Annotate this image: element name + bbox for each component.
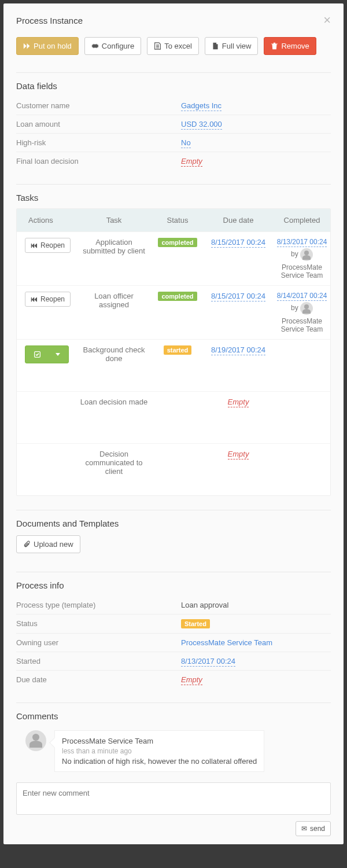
- toolbar: Put on hold Configure To excel Full view…: [16, 37, 331, 55]
- rewind-icon: ⏮: [31, 295, 38, 303]
- completed-by-name: ProcessMate Service Team: [270, 263, 331, 279]
- field-label: Owning user: [16, 638, 181, 647]
- task-action-dropdown[interactable]: [25, 345, 69, 363]
- document-icon: [212, 42, 219, 50]
- col-actions: Actions: [21, 216, 79, 225]
- upload-new-button[interactable]: Upload new: [16, 535, 80, 553]
- completed-by-line: by: [270, 302, 331, 315]
- col-task: Task: [79, 216, 149, 225]
- put-on-hold-label: Put on hold: [34, 42, 72, 50]
- envelope-icon: ✉: [301, 825, 307, 833]
- rewind-icon: ⏮: [31, 241, 38, 249]
- send-comment-button[interactable]: ✉ send: [296, 821, 331, 836]
- to-excel-button[interactable]: To excel: [147, 37, 199, 55]
- documents-title: Documents and Templates: [16, 518, 331, 528]
- completed-date[interactable]: 8/13/2017 00:24: [277, 238, 327, 247]
- divider: [16, 184, 331, 185]
- field-value[interactable]: 8/13/2017 00:24: [181, 657, 331, 665]
- task-status: completed: [149, 238, 206, 247]
- full-view-label: Full view: [222, 42, 252, 50]
- modal-header: Process Instance ×: [16, 14, 331, 27]
- data-fields-list: Customer nameGadgets IncLoan amountUSD 3…: [16, 97, 331, 170]
- col-status: Status: [149, 216, 206, 225]
- task-actions-cell: ⏮ Reopen: [21, 292, 79, 307]
- modal-title: Process Instance: [16, 16, 83, 25]
- field-value[interactable]: Gadgets Inc: [181, 101, 331, 110]
- process-info-row: Owning userProcessMate Service Team: [16, 634, 331, 652]
- avatar-icon: [300, 302, 313, 315]
- comment-time: less than a minute ago: [62, 747, 257, 755]
- process-info-row: Due dateEmpty: [16, 671, 331, 689]
- field-value: Loan approval: [181, 601, 331, 609]
- completed-by-name: ProcessMate Service Team: [270, 317, 331, 333]
- status-badge: started: [164, 345, 192, 355]
- process-info-title: Process info: [16, 580, 331, 590]
- task-due-date[interactable]: 8/19/2017 00:24: [206, 345, 270, 354]
- task-row: Decision communicated to clientEmpty: [17, 443, 330, 495]
- field-value[interactable]: No: [181, 138, 331, 147]
- process-info-row: Started8/13/2017 00:24: [16, 652, 331, 671]
- reopen-button[interactable]: ⏮ Reopen: [25, 292, 71, 307]
- task-name: Loan officer assigned: [79, 292, 149, 309]
- status-badge: completed: [158, 292, 197, 301]
- field-value[interactable]: ProcessMate Service Team: [181, 638, 331, 647]
- configure-button[interactable]: Configure: [84, 37, 141, 55]
- divider: [16, 703, 331, 703]
- tasks-header-row: Actions Task Status Due date Completed: [17, 209, 330, 231]
- divider: [16, 572, 331, 572]
- task-due-date[interactable]: 8/15/2017 00:24: [206, 292, 270, 300]
- task-due-date[interactable]: Empty: [206, 398, 270, 406]
- data-fields-title: Data fields: [16, 81, 331, 91]
- status-badge: Started: [181, 619, 210, 628]
- process-info-row: Process type (template)Loan approval: [16, 596, 331, 615]
- close-icon[interactable]: ×: [323, 14, 331, 27]
- spreadsheet-icon: [154, 42, 161, 50]
- comment-bubble: ProcessMate Service Teamless than a minu…: [54, 730, 264, 772]
- remove-label: Remove: [281, 42, 309, 50]
- full-view-button[interactable]: Full view: [205, 37, 259, 55]
- put-on-hold-button[interactable]: Put on hold: [16, 37, 79, 55]
- data-field-row: High-riskNo: [16, 134, 331, 152]
- field-value[interactable]: Started: [181, 619, 331, 628]
- field-label: Customer name: [16, 101, 181, 110]
- task-status: started: [149, 345, 206, 355]
- field-value[interactable]: Empty: [181, 675, 331, 684]
- task-row: Loan decision madeEmpty: [17, 391, 330, 443]
- task-actions-cell: ⏮ Reopen: [21, 238, 79, 253]
- comments-list: ProcessMate Service Teamless than a minu…: [16, 730, 331, 772]
- field-label: Due date: [16, 675, 181, 684]
- field-label: Started: [16, 657, 181, 665]
- comments-title: Comments: [16, 711, 331, 721]
- remove-button[interactable]: Remove: [264, 37, 316, 55]
- reopen-label: Reopen: [40, 241, 65, 249]
- data-field-row: Loan amountUSD 32.000: [16, 115, 331, 134]
- tasks-table: Actions Task Status Due date Completed ⏮…: [16, 208, 331, 496]
- field-label: Process type (template): [16, 601, 181, 609]
- reopen-button[interactable]: ⏮ Reopen: [25, 238, 71, 253]
- task-row: ⏮ ReopenApplication submitted by clientc…: [17, 231, 330, 285]
- avatar-icon: [25, 730, 46, 751]
- task-due-date[interactable]: Empty: [206, 450, 270, 458]
- field-label: Final loan decision: [16, 157, 181, 165]
- field-label: High-risk: [16, 138, 181, 147]
- process-info-list: Process type (template)Loan approvalStat…: [16, 596, 331, 689]
- completed-date[interactable]: 8/14/2017 00:24: [277, 292, 327, 301]
- data-field-row: Final loan decisionEmpty: [16, 152, 331, 170]
- task-name: Loan decision made: [79, 398, 149, 406]
- process-info-row: StatusStarted: [16, 615, 331, 634]
- new-comment-input[interactable]: [16, 782, 331, 815]
- comment-author: ProcessMate Service Team: [62, 737, 257, 745]
- col-duedate: Due date: [206, 216, 270, 225]
- data-field-row: Customer nameGadgets Inc: [16, 97, 331, 115]
- field-value[interactable]: USD 32.000: [181, 120, 331, 128]
- col-completed: Completed: [270, 216, 331, 225]
- comment-item: ProcessMate Service Teamless than a minu…: [25, 730, 331, 772]
- process-instance-modal: Process Instance × Put on hold Configure…: [3, 3, 344, 844]
- field-value[interactable]: Empty: [181, 157, 331, 165]
- task-due-date[interactable]: 8/15/2017 00:24: [206, 238, 270, 247]
- task-name: Decision communicated to client: [79, 450, 149, 476]
- comment-text: No indication of high risk, however the …: [62, 757, 257, 766]
- field-label: Status: [16, 619, 181, 628]
- gear-icon: [91, 42, 99, 50]
- configure-label: Configure: [102, 42, 134, 50]
